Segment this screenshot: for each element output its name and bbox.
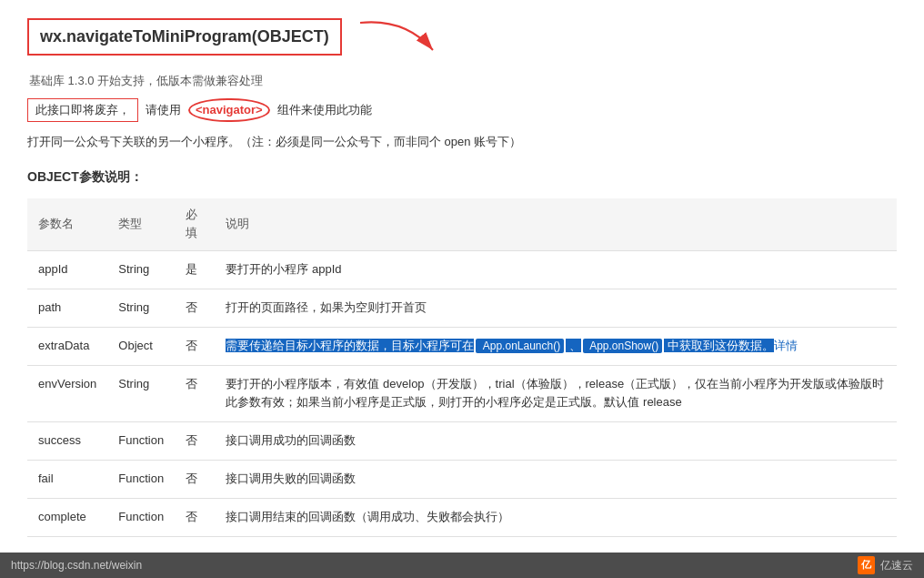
cell-required: 否 xyxy=(175,498,215,536)
cell-param-name: extraData xyxy=(27,327,107,365)
col-header-desc: 说明 xyxy=(215,198,897,251)
footer-bar: https://blog.csdn.net/weixin 亿 亿速云 xyxy=(0,553,924,563)
deprecated-badge: 此接口即将废弃， xyxy=(27,98,138,123)
cell-type: Object xyxy=(107,327,175,365)
params-table: 参数名 类型 必填 说明 appIdString是要打开的小程序 appIdpa… xyxy=(27,198,897,537)
table-row: completeFunction否接口调用结束的回调函数（调用成功、失败都会执行… xyxy=(27,498,897,536)
col-header-type: 类型 xyxy=(107,198,175,251)
cell-required: 否 xyxy=(175,422,215,461)
cell-desc: 接口调用失败的回调函数 xyxy=(215,460,897,498)
footer-url: https://blog.csdn.net/weixin xyxy=(11,557,142,564)
cell-required: 否 xyxy=(175,327,215,365)
title-text: wx.navigateToMiniProgram(OBJECT) xyxy=(40,27,329,46)
cell-required: 否 xyxy=(175,289,215,327)
table-row: extraDataObject否需要传递给目标小程序的数据，目标小程序可在 Ap… xyxy=(27,327,897,365)
cell-type: Function xyxy=(107,460,175,498)
cell-type: String xyxy=(107,365,175,422)
object-section-title: OBJECT参数说明： xyxy=(27,167,897,187)
cell-required: 否 xyxy=(175,460,215,498)
deprecated-notice: 此接口即将废弃， 请使用 <navigator> 组件来使用此功能 xyxy=(27,98,897,123)
cell-param-name: envVersion xyxy=(27,365,107,422)
details-link[interactable]: 详情 xyxy=(774,339,798,352)
table-row: envVersionString否要打开的小程序版本，有效值 develop（开… xyxy=(27,365,897,422)
table-header-row: 参数名 类型 必填 说明 xyxy=(27,198,897,251)
subtitle: 基础库 1.3.0 开始支持，低版本需做兼容处理 xyxy=(27,72,897,91)
cell-type: Function xyxy=(107,422,175,461)
arrow-decoration xyxy=(351,14,442,59)
table-row: appIdString是要打开的小程序 appId xyxy=(27,251,897,289)
cell-desc: 要打开的小程序版本，有效值 develop（开发版），trial（体验版），re… xyxy=(215,365,897,422)
cell-type: String xyxy=(107,289,175,327)
logo-icon: 亿 xyxy=(858,556,875,563)
cell-param-name: success xyxy=(27,422,107,461)
table-row: pathString否打开的页面路径，如果为空则打开首页 xyxy=(27,289,897,327)
cell-desc: 需要传递给目标小程序的数据，目标小程序可在 App.onLaunch() 、 A… xyxy=(215,327,897,365)
table-row: successFunction否接口调用成功的回调函数 xyxy=(27,422,897,461)
page-title: wx.navigateToMiniProgram(OBJECT) xyxy=(27,18,342,56)
cell-type: Function xyxy=(107,498,175,536)
logo-text: 亿速云 xyxy=(880,557,913,564)
notice-before: 请使用 xyxy=(146,101,181,120)
col-header-required: 必填 xyxy=(175,198,215,251)
cell-desc: 要打开的小程序 appId xyxy=(215,251,897,289)
table-row: failFunction否接口调用失败的回调函数 xyxy=(27,460,897,498)
cell-type: String xyxy=(107,251,175,289)
cell-desc: 打开的页面路径，如果为空则打开首页 xyxy=(215,289,897,327)
cell-param-name: appId xyxy=(27,251,107,289)
cell-param-name: complete xyxy=(27,498,107,536)
cell-desc: 接口调用成功的回调函数 xyxy=(215,422,897,461)
cell-required: 是 xyxy=(175,251,215,289)
cell-param-name: path xyxy=(27,289,107,327)
notice-after: 组件来使用此功能 xyxy=(277,101,372,120)
footer-logo: 亿 亿速云 xyxy=(858,556,913,563)
cell-required: 否 xyxy=(175,365,215,422)
description: 打开同一公众号下关联的另一个小程序。（注：必须是同一公众号下，而非同个 open… xyxy=(27,133,897,152)
col-header-param: 参数名 xyxy=(27,198,107,251)
navigator-tag: <navigator> xyxy=(188,98,270,123)
cell-desc: 接口调用结束的回调函数（调用成功、失败都会执行） xyxy=(215,498,897,536)
cell-param-name: fail xyxy=(27,460,107,498)
